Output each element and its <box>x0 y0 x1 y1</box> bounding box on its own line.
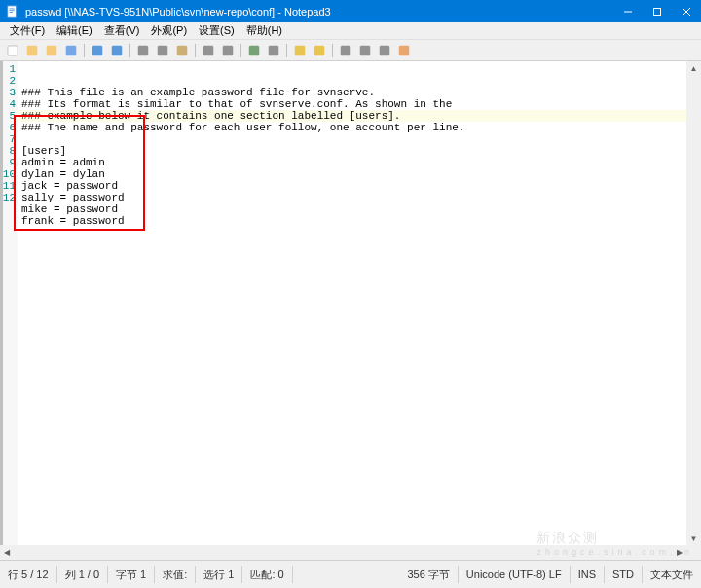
status-selection[interactable]: 选行 1 <box>196 566 242 583</box>
menu-edit[interactable]: 编辑(E) <box>51 22 98 39</box>
copy-icon[interactable] <box>154 42 171 59</box>
toolbar-separator <box>286 44 287 57</box>
svg-rect-24 <box>360 46 370 55</box>
toolbar-separator <box>332 44 333 57</box>
left-margin-shadow <box>0 61 3 545</box>
code-line[interactable]: ### Its format is similar to that of svn… <box>21 98 701 110</box>
status-seek[interactable]: 求值: <box>155 566 196 583</box>
code-line[interactable]: [users] <box>21 145 701 157</box>
find-icon[interactable] <box>200 42 217 59</box>
svg-rect-15 <box>158 46 167 55</box>
code-line[interactable]: frank = password <box>21 215 701 227</box>
svg-rect-17 <box>203 46 213 55</box>
new-file-icon[interactable] <box>4 42 21 59</box>
bookmark-icon[interactable] <box>356 42 374 59</box>
code-line[interactable]: admin = admin <box>21 157 701 168</box>
minimize-button[interactable] <box>613 0 643 22</box>
svg-rect-11 <box>66 46 76 55</box>
scroll-up-arrow[interactable]: ▲ <box>686 61 701 75</box>
editor-content[interactable]: ### This file is an example password fil… <box>18 61 701 560</box>
zoom-plus-icon[interactable] <box>337 42 354 59</box>
history-icon[interactable] <box>43 42 60 59</box>
svg-rect-14 <box>138 46 148 55</box>
menu-help[interactable]: 帮助(H) <box>240 22 288 39</box>
replace-icon[interactable] <box>219 42 237 59</box>
toolbar-separator <box>84 44 85 57</box>
horizontal-scrollbar[interactable]: ◀ ▶ <box>0 545 686 560</box>
svg-rect-19 <box>249 46 259 55</box>
svg-rect-3 <box>10 12 14 13</box>
menu-settings[interactable]: 设置(S) <box>193 22 240 39</box>
code-line[interactable]: mike = password <box>21 203 701 215</box>
star-icon[interactable] <box>291 42 309 59</box>
scheme-icon[interactable] <box>376 42 393 59</box>
svg-rect-5 <box>654 8 661 15</box>
paste-icon[interactable] <box>173 42 191 59</box>
svg-rect-2 <box>10 10 15 11</box>
status-column[interactable]: 列 1 / 0 <box>57 566 108 583</box>
code-line[interactable]: ### The name and password for each user … <box>21 122 701 133</box>
code-line[interactable]: jack = password <box>21 180 701 192</box>
svg-rect-20 <box>269 46 278 55</box>
redo-icon[interactable] <box>108 42 126 59</box>
undo-icon[interactable] <box>89 42 106 59</box>
toolbar-separator <box>129 44 130 57</box>
settings-icon[interactable] <box>265 42 282 59</box>
status-match[interactable]: 匹配: 0 <box>242 566 292 583</box>
svg-rect-1 <box>10 8 15 9</box>
svg-rect-0 <box>8 5 17 16</box>
status-bar: 行 5 / 12 列 1 / 0 字节 1 求值: 选行 1 匹配: 0 356… <box>0 560 701 588</box>
toolbar <box>0 40 701 61</box>
status-filetype[interactable]: 文本文件 <box>643 566 701 583</box>
svg-rect-8 <box>8 46 18 55</box>
code-line[interactable]: ### This file is an example password fil… <box>21 87 701 98</box>
status-filesize[interactable]: 356 字节 <box>399 566 458 583</box>
editor[interactable]: 123456789101112 ### This file is an exam… <box>0 61 701 560</box>
window-title: passwd [\\NAS-TVS-951N\Public\svn\new-re… <box>25 6 613 18</box>
menu-view[interactable]: 查看(V) <box>98 22 146 39</box>
cut-icon[interactable] <box>134 42 152 59</box>
script-icon[interactable] <box>395 42 413 59</box>
scroll-left-arrow[interactable]: ◀ <box>0 545 14 560</box>
status-line[interactable]: 行 5 / 12 <box>0 566 57 583</box>
menu-appearance[interactable]: 外观(P) <box>145 22 193 39</box>
status-std[interactable]: STD <box>605 566 643 583</box>
code-line[interactable]: dylan = dylan <box>21 168 701 180</box>
svg-rect-22 <box>314 46 324 55</box>
app-icon <box>6 5 19 18</box>
scroll-right-arrow[interactable]: ▶ <box>673 545 686 560</box>
window-titlebar: passwd [\\NAS-TVS-951N\Public\svn\new-re… <box>0 0 701 22</box>
svg-rect-26 <box>399 46 409 55</box>
close-button[interactable] <box>672 0 701 22</box>
svg-rect-10 <box>47 46 56 55</box>
maximize-button[interactable] <box>643 0 672 22</box>
svg-rect-23 <box>341 46 350 55</box>
menu-file[interactable]: 文件(F) <box>4 22 51 39</box>
svg-rect-13 <box>112 46 122 55</box>
toolbar-separator <box>195 44 196 57</box>
svg-rect-12 <box>92 46 102 55</box>
wordwrap-icon[interactable] <box>245 42 263 59</box>
open-folder-icon[interactable] <box>23 42 41 59</box>
scroll-down-arrow[interactable]: ▼ <box>686 532 701 545</box>
status-ins[interactable]: INS <box>571 566 605 583</box>
scroll-corner <box>686 545 701 560</box>
menu-bar: 文件(F) 编辑(E) 查看(V) 外观(P) 设置(S) 帮助(H) <box>0 22 701 40</box>
svg-rect-21 <box>295 46 305 55</box>
code-line[interactable]: sally = password <box>21 192 701 203</box>
save-icon[interactable] <box>62 42 80 59</box>
status-bytes[interactable]: 字节 1 <box>108 566 155 583</box>
toolbar-separator <box>240 44 241 57</box>
star-icon[interactable] <box>311 42 328 59</box>
svg-rect-9 <box>27 46 37 55</box>
code-line[interactable] <box>21 133 701 145</box>
code-line[interactable]: ### example below it contains one sectio… <box>21 110 701 122</box>
status-encoding[interactable]: Unicode (UTF-8) LF <box>459 566 571 583</box>
svg-rect-16 <box>177 46 187 55</box>
svg-rect-18 <box>223 46 233 55</box>
svg-rect-25 <box>380 46 389 55</box>
